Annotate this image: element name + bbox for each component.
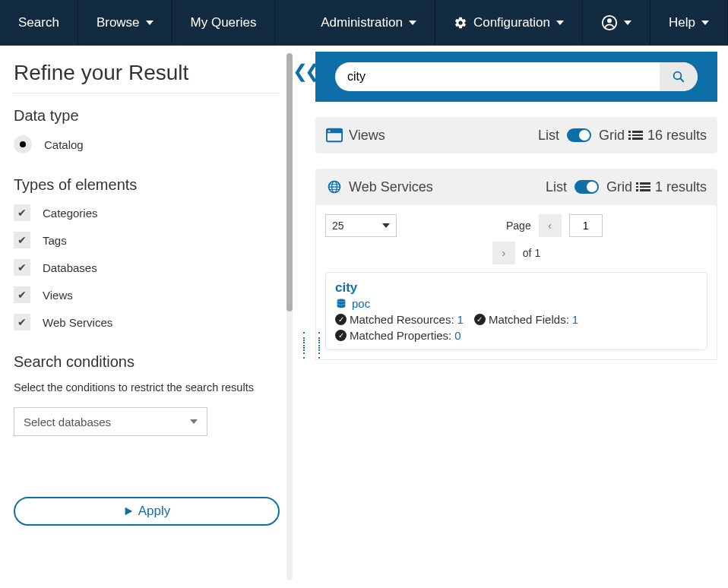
nav-configuration[interactable]: Configuration bbox=[435, 0, 583, 46]
web-services-header[interactable]: Web Services List Grid 1 results bbox=[315, 169, 717, 205]
nav-search-label: Search bbox=[18, 15, 59, 30]
page-input[interactable] bbox=[569, 214, 603, 237]
select-db-placeholder: Select databases bbox=[24, 416, 111, 428]
check-circle-icon: ✓ bbox=[335, 330, 347, 341]
type-databases-label: Databases bbox=[43, 261, 97, 274]
caret-down-icon bbox=[190, 419, 198, 424]
caret-down-icon bbox=[701, 21, 709, 25]
page-label: Page bbox=[506, 220, 531, 232]
page-size-value: 25 bbox=[332, 220, 344, 232]
type-categories-label: Categories bbox=[43, 207, 98, 220]
nav-help[interactable]: Help bbox=[650, 0, 728, 46]
window-icon bbox=[326, 128, 343, 143]
sidebar-title: Refine your Result bbox=[14, 61, 279, 93]
gear-icon bbox=[454, 16, 467, 30]
matched-props-label: Matched Properties: bbox=[350, 329, 451, 342]
views-list-label: List bbox=[538, 128, 559, 144]
nav-browse[interactable]: Browse bbox=[78, 0, 173, 46]
nav-help-label: Help bbox=[669, 15, 695, 30]
caret-down-icon bbox=[556, 21, 564, 25]
type-web-services[interactable]: ✔ Web Services bbox=[14, 314, 279, 330]
pager-prev-button[interactable]: ‹ bbox=[539, 214, 562, 237]
svg-point-1 bbox=[607, 18, 612, 23]
list-icon bbox=[632, 131, 643, 139]
nav-browse-label: Browse bbox=[97, 15, 140, 30]
nav-my-queries-label: My Queries bbox=[191, 15, 257, 30]
nav-administration-label: Administration bbox=[321, 15, 403, 30]
match-row: ✓ Matched Resources: 1 ✓ Matched Fields:… bbox=[335, 313, 698, 342]
globe-icon bbox=[326, 179, 343, 194]
search-icon bbox=[672, 70, 685, 84]
views-list-grid-toggle[interactable] bbox=[567, 128, 591, 142]
radio-icon bbox=[14, 135, 32, 153]
check-circle-icon: ✓ bbox=[474, 314, 486, 325]
caret-down-icon bbox=[409, 21, 416, 25]
type-tags[interactable]: ✔ Tags bbox=[14, 232, 279, 248]
type-categories[interactable]: ✔ Categories bbox=[14, 204, 279, 221]
content-area: Views List Grid 16 results Web Services bbox=[315, 46, 728, 588]
checkbox-icon: ✔ bbox=[14, 286, 30, 303]
ws-grid-label: Grid bbox=[606, 179, 632, 195]
ws-list-label: List bbox=[546, 179, 567, 195]
nav-configuration-label: Configuration bbox=[473, 15, 550, 30]
drag-handle-icon[interactable]: ⋮⋮⋮⋮⋮⋮ bbox=[297, 334, 328, 357]
ws-title: Web Services bbox=[349, 179, 433, 195]
ws-list-grid-toggle[interactable] bbox=[574, 180, 599, 194]
data-type-heading: Data type bbox=[14, 107, 279, 125]
views-results-count: 16 results bbox=[647, 128, 707, 144]
matched-fields-label: Matched Fields: bbox=[489, 313, 569, 326]
page-size-select[interactable]: 25 bbox=[325, 214, 397, 237]
result-title: city bbox=[335, 280, 698, 296]
apply-button[interactable]: Apply bbox=[14, 497, 280, 526]
type-views-label: Views bbox=[43, 289, 73, 302]
caret-down-icon bbox=[624, 21, 631, 25]
type-web-services-label: Web Services bbox=[43, 316, 112, 329]
result-card[interactable]: city poc ✓ Ma bbox=[325, 272, 707, 350]
checkbox-icon: ✔ bbox=[14, 204, 30, 221]
data-type-catalog[interactable]: Catalog bbox=[14, 135, 279, 153]
views-section: Views List Grid 16 results bbox=[315, 117, 717, 153]
views-header[interactable]: Views List Grid 16 results bbox=[315, 117, 717, 153]
svg-rect-6 bbox=[328, 131, 331, 132]
svg-point-2 bbox=[674, 72, 682, 80]
conditions-heading: Search conditions bbox=[14, 353, 279, 371]
nav-my-queries[interactable]: My Queries bbox=[173, 0, 276, 46]
nav-search[interactable]: Search bbox=[0, 0, 78, 46]
page-of-label: of 1 bbox=[523, 247, 540, 259]
list-icon bbox=[640, 182, 650, 191]
checkbox-icon: ✔ bbox=[14, 314, 30, 330]
collapse-sidebar-button[interactable]: ❮❮ bbox=[293, 62, 315, 81]
ws-results-count: 1 results bbox=[655, 179, 707, 195]
result-parent-db: poc bbox=[352, 297, 370, 310]
data-type-catalog-label: Catalog bbox=[44, 138, 84, 151]
result-parent[interactable]: poc bbox=[335, 297, 698, 310]
collapse-column: ❮❮ ⋮⋮⋮⋮⋮⋮ bbox=[293, 46, 315, 588]
type-tags-label: Tags bbox=[43, 234, 67, 247]
web-services-section: Web Services List Grid 1 results 25 Page bbox=[315, 169, 717, 360]
search-button[interactable] bbox=[660, 62, 698, 91]
pager-row-2: › of 1 bbox=[325, 242, 707, 264]
ws-body: 25 Page ‹ › of 1 city bbox=[315, 205, 717, 360]
user-icon bbox=[601, 14, 618, 31]
type-views[interactable]: ✔ Views bbox=[14, 286, 279, 303]
checkbox-icon: ✔ bbox=[14, 232, 30, 248]
checkbox-icon: ✔ bbox=[14, 259, 30, 276]
matched-props-val: 0 bbox=[454, 329, 461, 342]
views-grid-label: Grid bbox=[599, 128, 625, 144]
sidebar-scrollbar[interactable] bbox=[286, 53, 293, 580]
search-input[interactable] bbox=[335, 70, 660, 84]
nav-user[interactable] bbox=[583, 0, 650, 46]
caret-down-icon bbox=[382, 223, 390, 228]
type-databases[interactable]: ✔ Databases bbox=[14, 259, 279, 276]
conditions-help: Select the conditions to restrict the se… bbox=[14, 381, 279, 394]
caret-down-icon bbox=[146, 21, 154, 25]
views-title: Views bbox=[349, 128, 385, 144]
matched-resources-label: Matched Resources: bbox=[350, 313, 454, 326]
refine-sidebar: Refine your Result Data type Catalog Typ… bbox=[0, 46, 293, 588]
select-databases-dropdown[interactable]: Select databases bbox=[14, 407, 207, 436]
pager-next-button[interactable]: › bbox=[492, 242, 515, 264]
play-icon bbox=[123, 506, 134, 517]
matched-resources-val: 1 bbox=[457, 313, 464, 326]
database-icon bbox=[335, 298, 347, 310]
nav-administration[interactable]: Administration bbox=[302, 0, 435, 46]
